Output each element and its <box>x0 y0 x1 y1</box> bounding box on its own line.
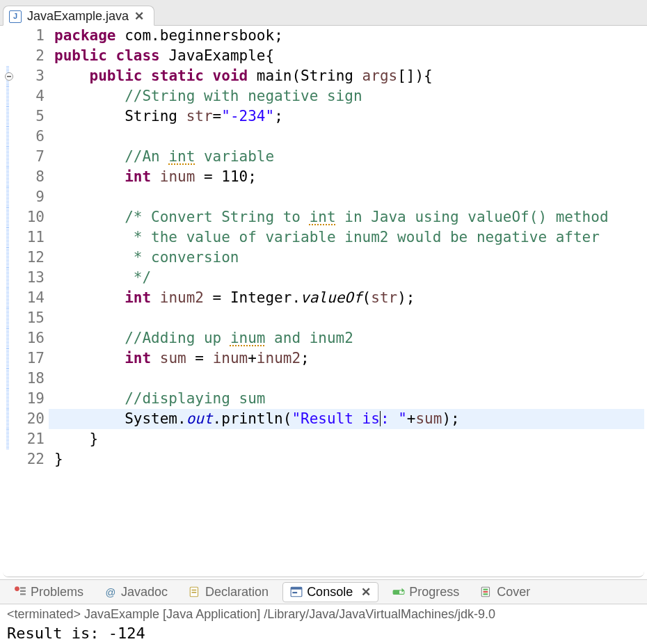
code-line[interactable]: //String with negative sign <box>49 86 644 106</box>
line-number: 4 <box>17 86 45 106</box>
view-tab-console[interactable]: Console✕ <box>282 582 378 602</box>
code-line[interactable]: System.out.println("Result is: "+sum); <box>49 409 644 429</box>
view-tab-label: Problems <box>31 585 83 599</box>
view-tab-label: Progress <box>409 585 459 599</box>
editor-tab[interactable]: J JavaExample.java ✕ <box>3 6 154 26</box>
fold-strip <box>3 26 17 577</box>
code-line[interactable]: String str="-234"; <box>49 106 644 127</box>
ide-workbench: J JavaExample.java ✕ 1234567891011121314… <box>0 0 647 644</box>
view-tab-label: Declaration <box>205 585 269 599</box>
code-line[interactable]: int sum = inum+inum2; <box>49 348 644 369</box>
fold-toggle-icon[interactable] <box>5 72 13 81</box>
line-number: 9 <box>17 187 45 207</box>
editor-tab-bar: J JavaExample.java ✕ <box>0 0 647 26</box>
console-icon <box>290 586 303 598</box>
code-line[interactable] <box>49 369 644 389</box>
console-view: <terminated> JavaExample [Java Applicati… <box>0 604 647 644</box>
console-launch-header: <terminated> JavaExample [Java Applicati… <box>7 607 640 622</box>
line-number: 1 <box>17 26 45 46</box>
problems-icon <box>14 586 26 598</box>
svg-rect-3 <box>20 594 26 595</box>
editor-gutter: 12345678910111213141516171819202122 <box>3 26 49 577</box>
line-number: 16 <box>17 328 45 348</box>
svg-point-0 <box>15 586 19 591</box>
coverage-icon <box>480 586 493 598</box>
view-tab-javadoc[interactable]: @Javadoc <box>97 583 175 602</box>
close-icon[interactable]: ✕ <box>134 9 144 24</box>
view-tab-progress[interactable]: Progress <box>385 583 466 602</box>
line-number: 21 <box>17 429 45 449</box>
svg-rect-10 <box>293 592 298 593</box>
code-line[interactable]: } <box>49 449 644 469</box>
console-output: Result is: -124 <box>7 622 640 644</box>
svg-rect-9 <box>291 588 302 590</box>
view-tab-label: Cover <box>497 585 530 599</box>
code-line[interactable]: } <box>49 429 644 449</box>
view-tab-label: Javadoc <box>121 585 168 599</box>
line-number: 3 <box>17 66 45 86</box>
svg-rect-2 <box>20 590 26 592</box>
code-line[interactable]: */ <box>49 268 644 288</box>
line-number: 19 <box>17 389 45 409</box>
svg-rect-1 <box>20 588 26 589</box>
declaration-icon <box>189 586 201 598</box>
code-line[interactable]: int inum2 = Integer.valueOf(str); <box>49 288 644 308</box>
code-line[interactable]: /* Convert String to int in Java using v… <box>49 207 644 227</box>
line-number: 7 <box>17 147 45 167</box>
line-numbers: 12345678910111213141516171819202122 <box>17 26 49 577</box>
line-number: 17 <box>17 348 45 369</box>
line-number: 12 <box>17 248 45 268</box>
line-number: 13 <box>17 268 45 288</box>
java-file-icon: J <box>9 10 22 23</box>
svg-text:@: @ <box>105 587 115 598</box>
svg-rect-14 <box>484 589 488 590</box>
svg-rect-12 <box>393 590 399 595</box>
line-number: 10 <box>17 207 45 227</box>
line-number: 14 <box>17 288 45 308</box>
line-number: 22 <box>17 449 45 469</box>
editor-tab-label: JavaExample.java <box>27 9 129 24</box>
line-number: 18 <box>17 369 45 389</box>
line-number: 6 <box>17 127 45 147</box>
code-line[interactable]: * the value of variable inum2 would be n… <box>49 227 644 248</box>
code-line[interactable]: public static void main(String args[]){ <box>49 66 644 86</box>
line-number: 2 <box>17 46 45 66</box>
code-line[interactable]: int inum = 110; <box>49 167 644 187</box>
code-line[interactable]: public class JavaExample{ <box>49 46 644 66</box>
line-number: 20 <box>17 409 45 429</box>
svg-rect-6 <box>192 590 197 591</box>
javadoc-icon: @ <box>104 586 117 598</box>
code-line[interactable] <box>49 187 644 207</box>
code-line[interactable] <box>49 308 644 328</box>
view-tab-declaration[interactable]: Declaration <box>182 583 275 602</box>
code-line[interactable]: package com.beginnersbook; <box>49 26 644 46</box>
views-tab-bar: Problems@JavadocDeclarationConsole✕Progr… <box>0 579 647 604</box>
line-number: 8 <box>17 167 45 187</box>
svg-rect-16 <box>484 594 488 595</box>
line-number: 11 <box>17 227 45 248</box>
line-number: 5 <box>17 106 45 127</box>
code-line[interactable]: * conversion <box>49 248 644 268</box>
code-line[interactable] <box>49 127 644 147</box>
view-tab-problems[interactable]: Problems <box>7 583 90 602</box>
view-tab-coverage[interactable]: Cover <box>473 583 537 602</box>
view-tab-label: Console <box>307 585 353 599</box>
code-editor[interactable]: 12345678910111213141516171819202122 pack… <box>3 26 644 577</box>
svg-rect-7 <box>192 592 197 593</box>
progress-icon <box>392 586 405 598</box>
code-line[interactable]: //An int variable <box>49 147 644 167</box>
svg-rect-15 <box>484 591 488 593</box>
code-area[interactable]: package com.beginnersbook;public class J… <box>49 26 644 577</box>
code-line[interactable]: //Adding up inum and inum2 <box>49 328 644 348</box>
code-line[interactable]: //displaying sum <box>49 389 644 409</box>
line-number: 15 <box>17 308 45 328</box>
close-icon[interactable]: ✕ <box>361 585 371 599</box>
